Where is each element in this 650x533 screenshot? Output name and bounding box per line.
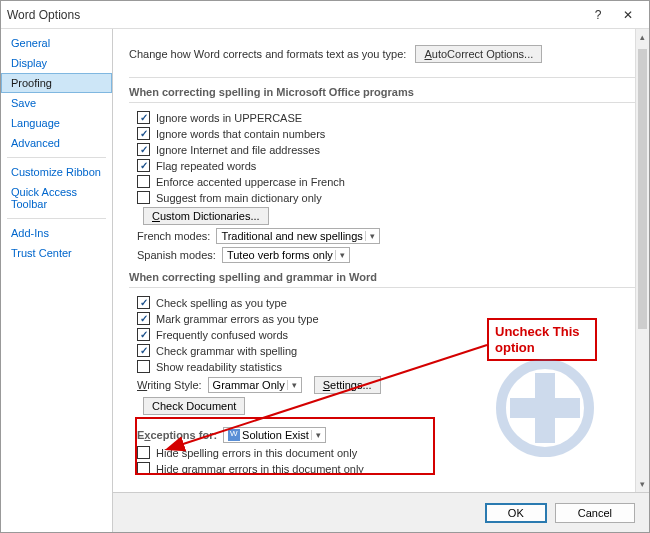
opt-readability[interactable]: Show readability statistics bbox=[137, 360, 639, 373]
chevron-down-icon: ▾ bbox=[287, 380, 297, 390]
autocorrect-label: Change how Word corrects and formats tex… bbox=[129, 48, 406, 60]
spanish-modes-label: Spanish modes: bbox=[137, 249, 216, 261]
sidebar: General Display Proofing Save Language A… bbox=[1, 29, 113, 532]
checkbox-icon[interactable] bbox=[137, 175, 150, 188]
sidebar-item-quick-access[interactable]: Quick Access Toolbar bbox=[1, 182, 112, 214]
sidebar-separator bbox=[7, 218, 106, 219]
chevron-down-icon: ▾ bbox=[365, 231, 375, 241]
annotation-callout: Uncheck This option bbox=[487, 318, 597, 361]
dialog-title: Word Options bbox=[7, 8, 583, 22]
checkbox-icon[interactable] bbox=[137, 344, 150, 357]
cancel-button[interactable]: Cancel bbox=[555, 503, 635, 523]
sidebar-item-save[interactable]: Save bbox=[1, 93, 112, 113]
close-icon[interactable]: ✕ bbox=[613, 4, 643, 26]
opt-flag-repeated[interactable]: Flag repeated words bbox=[137, 159, 639, 172]
sidebar-item-display[interactable]: Display bbox=[1, 53, 112, 73]
checkbox-icon[interactable] bbox=[137, 143, 150, 156]
custom-dictionaries-row: Custom Dictionaries... bbox=[137, 207, 639, 225]
scroll-up-icon[interactable]: ▴ bbox=[636, 29, 649, 45]
dialog-footer: OK Cancel bbox=[113, 492, 649, 532]
checkbox-icon[interactable] bbox=[137, 360, 150, 373]
checkbox-icon[interactable] bbox=[137, 111, 150, 124]
sidebar-item-trust-center[interactable]: Trust Center bbox=[1, 243, 112, 263]
spanish-modes-select[interactable]: Tuteo verb forms only▾ bbox=[222, 247, 350, 263]
sidebar-item-proofing[interactable]: Proofing bbox=[1, 73, 112, 93]
writing-style-select[interactable]: Grammar Only▾ bbox=[208, 377, 302, 393]
checkbox-icon[interactable] bbox=[137, 312, 150, 325]
opt-ignore-internet[interactable]: Ignore Internet and file addresses bbox=[137, 143, 639, 156]
spanish-modes-row: Spanish modes: Tuteo verb forms only▾ bbox=[137, 247, 639, 263]
opt-main-dictionary[interactable]: Suggest from main dictionary only bbox=[137, 191, 639, 204]
sidebar-item-customize-ribbon[interactable]: Customize Ribbon bbox=[1, 162, 112, 182]
section-office-spelling: When correcting spelling in Microsoft Of… bbox=[129, 86, 639, 103]
checkbox-icon[interactable] bbox=[137, 296, 150, 309]
checkbox-icon[interactable] bbox=[137, 328, 150, 341]
french-modes-select[interactable]: Traditional and new spellings▾ bbox=[216, 228, 379, 244]
opt-check-spelling[interactable]: Check spelling as you type bbox=[137, 296, 639, 309]
sidebar-separator bbox=[7, 157, 106, 158]
french-modes-row: French modes: Traditional and new spelli… bbox=[137, 228, 639, 244]
ok-button[interactable]: OK bbox=[485, 503, 547, 523]
sidebar-item-advanced[interactable]: Advanced bbox=[1, 133, 112, 153]
sidebar-item-language[interactable]: Language bbox=[1, 113, 112, 133]
section-word-spelling: When correcting spelling and grammar in … bbox=[129, 271, 639, 288]
opt-accented-french[interactable]: Enforce accented uppercase in French bbox=[137, 175, 639, 188]
titlebar: Word Options ? ✕ bbox=[1, 1, 649, 29]
autocorrect-options-button[interactable]: AutoCorrect Options... bbox=[415, 45, 542, 63]
sidebar-item-general[interactable]: General bbox=[1, 33, 112, 53]
sidebar-item-addins[interactable]: Add-Ins bbox=[1, 223, 112, 243]
scroll-down-icon[interactable]: ▾ bbox=[636, 476, 649, 492]
check-document-button[interactable]: Check Document bbox=[143, 397, 245, 415]
scrollbar-thumb[interactable] bbox=[638, 49, 647, 329]
writing-style-label: Writing Style: bbox=[137, 379, 202, 391]
french-modes-label: French modes: bbox=[137, 230, 210, 242]
autocorrect-row: Change how Word corrects and formats tex… bbox=[129, 35, 639, 78]
checkbox-icon[interactable] bbox=[137, 127, 150, 140]
checkbox-icon[interactable] bbox=[137, 159, 150, 172]
check-document-row: Check Document bbox=[137, 397, 639, 415]
help-icon[interactable]: ? bbox=[583, 4, 613, 26]
custom-dictionaries-button[interactable]: Custom Dictionaries... bbox=[143, 207, 269, 225]
settings-button[interactable]: Settings... bbox=[314, 376, 381, 394]
scrollbar[interactable]: ▴ ▾ bbox=[635, 29, 649, 492]
chevron-down-icon: ▾ bbox=[335, 250, 345, 260]
checkbox-icon[interactable] bbox=[137, 191, 150, 204]
opt-ignore-uppercase[interactable]: Ignore words in UPPERCASE bbox=[137, 111, 639, 124]
opt-ignore-numbers[interactable]: Ignore words that contain numbers bbox=[137, 127, 639, 140]
annotation-highlight-box bbox=[135, 417, 435, 475]
writing-style-row: Writing Style: Grammar Only▾ Settings... bbox=[137, 376, 639, 394]
